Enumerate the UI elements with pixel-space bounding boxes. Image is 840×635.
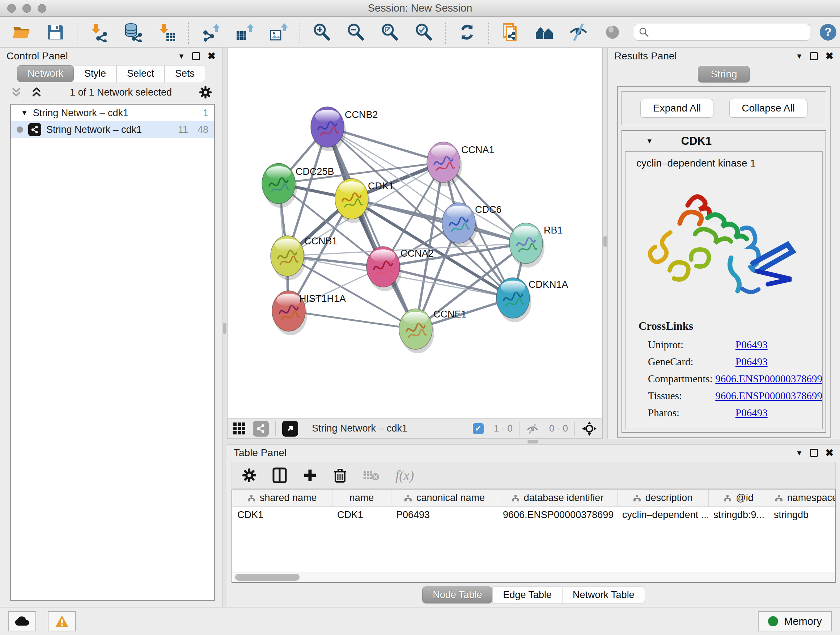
zoom-in-button[interactable] bbox=[311, 22, 332, 43]
table-options-gear-icon[interactable] bbox=[242, 468, 256, 483]
table-panel-close-icon[interactable]: ✖ bbox=[825, 448, 834, 458]
control-panel-menu-icon[interactable]: ▼ bbox=[178, 52, 185, 60]
zoom-selected-button[interactable] bbox=[413, 22, 434, 43]
results-panel-float-icon[interactable] bbox=[810, 52, 818, 60]
node-CCNA2[interactable] bbox=[366, 247, 401, 291]
column-header-name[interactable]: name bbox=[332, 489, 391, 507]
cell-id[interactable]: stringdb:9... bbox=[708, 507, 769, 523]
zoom-out-button[interactable] bbox=[345, 22, 366, 43]
close-window-button[interactable] bbox=[7, 4, 16, 13]
grid-mode-button[interactable] bbox=[233, 422, 246, 435]
tab-node-table[interactable]: Node Table bbox=[422, 586, 493, 603]
zoom-fit-button[interactable] bbox=[379, 22, 400, 43]
expand-all-button[interactable]: Expand All bbox=[640, 99, 714, 118]
column-header-database-identifier[interactable]: database identifier bbox=[498, 489, 617, 507]
delete-table-icon[interactable] bbox=[363, 469, 379, 481]
protein-section-header[interactable]: ▼ CDK1 bbox=[622, 131, 826, 151]
cell-database-identifier[interactable]: 9606.ENSP00000378699 bbox=[498, 507, 617, 523]
crosslink-tissues-link[interactable]: 9606.ENSP00000378699 bbox=[715, 390, 822, 402]
network-options-gear-icon[interactable] bbox=[199, 86, 212, 99]
cell-namespace[interactable]: stringdb bbox=[769, 507, 836, 523]
collapse-all-networks-icon[interactable] bbox=[30, 87, 43, 98]
table-row[interactable]: CDK1 CDK1 P06493 9606.ENSP00000378699 cy… bbox=[232, 507, 836, 523]
crosslink-pharos-link[interactable]: P06493 bbox=[736, 407, 767, 419]
save-session-button[interactable] bbox=[45, 22, 66, 43]
import-table-from-file-button[interactable] bbox=[156, 22, 177, 43]
divider-handle[interactable] bbox=[223, 323, 226, 334]
warnings-button[interactable] bbox=[48, 611, 76, 631]
network-graph[interactable]: CCNB2CCNA1CDC25BCDK1CDC6RB1CCNB1CCNA2CDK… bbox=[227, 48, 602, 418]
birds-eye-navigator-button[interactable] bbox=[581, 421, 597, 437]
node-CDC6[interactable] bbox=[442, 203, 477, 247]
tab-sets[interactable]: Sets bbox=[164, 65, 205, 82]
collapse-all-button[interactable]: Collapse All bbox=[729, 99, 807, 118]
results-panel-close-icon[interactable]: ✖ bbox=[825, 51, 834, 61]
node-CCNE1[interactable] bbox=[399, 309, 434, 353]
tab-network[interactable]: Network bbox=[17, 65, 74, 82]
collapse-collection-icon[interactable]: ▼ bbox=[21, 109, 28, 117]
table-horizontal-scrollbar[interactable] bbox=[232, 572, 835, 582]
expand-all-networks-icon[interactable] bbox=[10, 87, 22, 98]
network-canvas[interactable]: CCNB2CCNA1CDC25BCDK1CDC6RB1CCNB1CCNA2CDK… bbox=[227, 48, 602, 418]
export-table-button[interactable] bbox=[234, 22, 255, 43]
cell-description[interactable]: cyclin–dependent ... bbox=[617, 507, 708, 523]
show-all-button[interactable] bbox=[602, 22, 623, 43]
tab-network-table[interactable]: Network Table bbox=[562, 586, 645, 603]
table-panel-divider[interactable] bbox=[227, 439, 840, 445]
help-button[interactable]: ? bbox=[820, 24, 836, 41]
column-header-canonical-name[interactable]: canonical name bbox=[391, 489, 498, 507]
show-columns-icon[interactable] bbox=[272, 467, 287, 483]
tab-string[interactable]: String bbox=[698, 66, 750, 82]
network-row[interactable]: String Network – cdk1 11 48 bbox=[11, 121, 214, 138]
detach-view-button[interactable] bbox=[282, 421, 298, 437]
edge-HIST1H1A-CCNE1[interactable] bbox=[289, 311, 416, 329]
open-session-button[interactable] bbox=[11, 22, 32, 43]
memory-button[interactable]: Memory bbox=[758, 611, 832, 631]
import-network-from-file-button[interactable] bbox=[88, 22, 109, 43]
table-panel-float-icon[interactable] bbox=[810, 449, 818, 457]
collapse-protein-icon[interactable]: ▼ bbox=[646, 137, 653, 145]
left-panel-divider[interactable] bbox=[222, 48, 227, 607]
cell-canonical-name[interactable]: P06493 bbox=[391, 507, 498, 523]
string-home-button[interactable] bbox=[534, 22, 555, 43]
column-header-description[interactable]: description bbox=[617, 489, 708, 507]
tab-select[interactable]: Select bbox=[117, 65, 164, 82]
crosslink-compartments-link[interactable]: 9606.ENSP00000378699 bbox=[715, 373, 822, 385]
divider-handle[interactable] bbox=[603, 236, 607, 247]
selected-items-checkbox[interactable]: ✓ bbox=[473, 423, 484, 434]
network-mode-button[interactable] bbox=[253, 421, 269, 437]
node-CCNB2[interactable] bbox=[311, 107, 346, 151]
control-panel-close-icon[interactable]: ✖ bbox=[207, 51, 216, 61]
network-collection-row[interactable]: ▼ String Network – cdk1 1 bbox=[11, 105, 214, 121]
maximize-window-button[interactable] bbox=[38, 4, 46, 13]
function-builder-icon[interactable]: f(x) bbox=[395, 468, 414, 483]
tab-style[interactable]: Style bbox=[74, 65, 117, 82]
tab-edge-table[interactable]: Edge Table bbox=[493, 586, 562, 603]
import-network-from-database-button[interactable] bbox=[122, 22, 143, 43]
cloud-status-button[interactable] bbox=[8, 611, 36, 631]
column-header-id[interactable]: @id bbox=[708, 489, 769, 507]
delete-column-icon[interactable] bbox=[333, 467, 347, 483]
cell-shared-name[interactable]: CDK1 bbox=[232, 507, 332, 523]
crosslink-uniprot-link[interactable]: P06493 bbox=[736, 339, 767, 351]
hide-selected-button[interactable] bbox=[568, 22, 589, 43]
export-network-button[interactable] bbox=[200, 22, 221, 43]
node-CDKN1A[interactable] bbox=[496, 278, 531, 322]
column-header-shared-name[interactable]: shared name bbox=[232, 489, 332, 507]
control-panel-float-icon[interactable] bbox=[192, 52, 200, 60]
column-header-namespace[interactable]: namespace bbox=[769, 489, 836, 507]
export-image-button[interactable] bbox=[268, 22, 289, 43]
results-panel-menu-icon[interactable]: ▼ bbox=[796, 52, 803, 60]
divider-handle[interactable] bbox=[527, 440, 538, 443]
refresh-button[interactable] bbox=[456, 22, 477, 43]
scrollbar-thumb[interactable] bbox=[235, 574, 300, 581]
node-CDK1[interactable] bbox=[335, 179, 370, 223]
node-CCNA1[interactable] bbox=[427, 142, 462, 187]
crosslink-genecard-link[interactable]: P06493 bbox=[736, 356, 767, 368]
minimize-window-button[interactable] bbox=[22, 4, 31, 13]
node-RB1[interactable] bbox=[509, 223, 545, 268]
cell-name[interactable]: CDK1 bbox=[332, 507, 391, 523]
add-column-icon[interactable] bbox=[303, 468, 317, 483]
results-panel-divider[interactable] bbox=[603, 48, 608, 439]
search-input[interactable] bbox=[649, 27, 806, 38]
